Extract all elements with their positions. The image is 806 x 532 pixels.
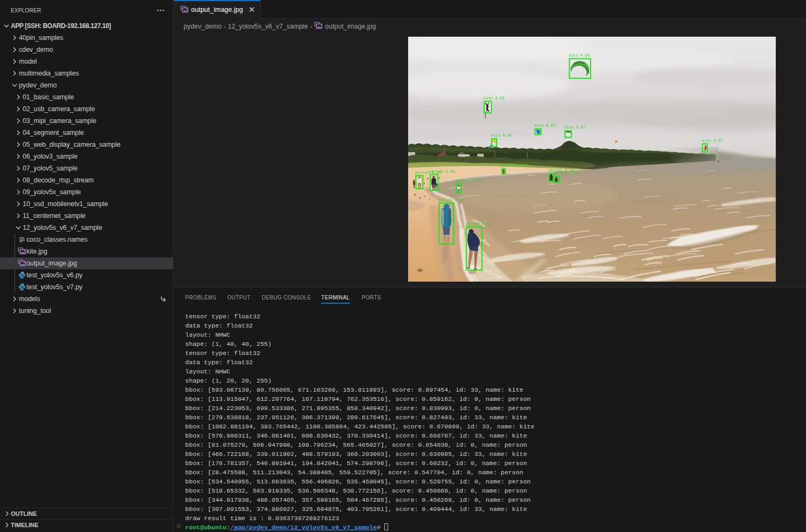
- svg-text:person 0.86: person 0.86: [438, 198, 464, 202]
- svg-text:kite 0.90: kite 0.90: [569, 53, 590, 58]
- svg-text:kite 0.41: kite 0.41: [491, 133, 512, 138]
- svg-text:kite 0.67: kite 0.67: [565, 125, 586, 129]
- svg-text:kite 0.83: kite 0.83: [484, 96, 505, 100]
- svg-text:person 0.83: person 0.83: [466, 222, 491, 226]
- svg-text:person 0.65: person 0.65: [430, 169, 455, 174]
- svg-text:person 0.60: person 0.60: [456, 179, 481, 183]
- svg-text:kite 0.63: kite 0.63: [534, 124, 556, 128]
- svg-text:person 0.45: person 0.45: [502, 163, 527, 168]
- svg-text:person 0.52: person 0.52: [553, 171, 578, 175]
- svg-text:kite 0.87: kite 0.87: [702, 139, 723, 143]
